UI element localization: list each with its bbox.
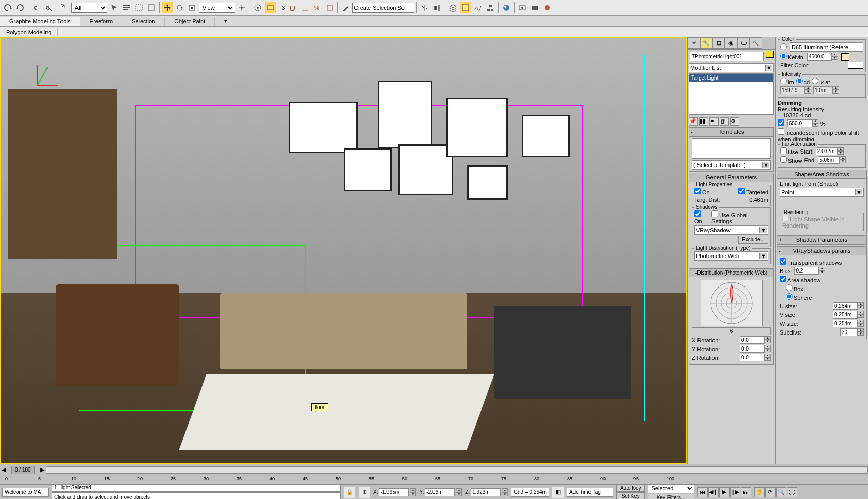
- edit-selection-icon[interactable]: [340, 2, 351, 13]
- start-spinner[interactable]: ▲▼: [816, 147, 844, 155]
- general-params-header[interactable]: -General Parameters: [689, 173, 773, 182]
- angle-snap-icon[interactable]: [299, 2, 311, 13]
- exclude-button[interactable]: Exclude...: [738, 236, 768, 244]
- subdivs-spinner[interactable]: ▲▼: [840, 328, 864, 336]
- yrot-spinner[interactable]: ▲▼: [740, 345, 771, 353]
- time-scrollbar[interactable]: [46, 466, 868, 474]
- orbit-icon[interactable]: ⟳: [765, 487, 776, 497]
- undo-icon[interactable]: [2, 2, 13, 13]
- distance-spinner[interactable]: ▲▼: [813, 86, 839, 94]
- pan-icon[interactable]: ✋: [754, 487, 765, 497]
- add-time-tag[interactable]: Add Time Tag: [567, 488, 613, 497]
- box-radio[interactable]: Box: [786, 284, 803, 292]
- shape-dropdown[interactable]: Point▼: [780, 188, 864, 197]
- object-color-swatch[interactable]: [766, 51, 774, 58]
- curve-editor-icon[interactable]: [472, 2, 484, 13]
- kelvin-spinner[interactable]: ▲▼: [807, 53, 838, 61]
- make-unique-icon[interactable]: ✦: [709, 117, 719, 126]
- max-viewport-icon[interactable]: ⛶: [787, 487, 797, 497]
- redo-icon[interactable]: [14, 2, 26, 13]
- targeted-checkbox[interactable]: Targeted: [738, 188, 768, 195]
- keyboard-shortcut-icon[interactable]: [265, 2, 276, 13]
- dimming-checkbox[interactable]: [778, 119, 785, 127]
- end-spinner[interactable]: ▲▼: [818, 156, 846, 164]
- dimming-spinner[interactable]: ▲▼: [787, 119, 818, 127]
- abs-rel-icon[interactable]: ⊕: [359, 487, 370, 498]
- goto-end-icon[interactable]: ⏭: [741, 487, 751, 497]
- goto-start-icon[interactable]: ⏮: [698, 487, 708, 497]
- y-input[interactable]: [425, 488, 455, 496]
- gizmo[interactable]: [32, 69, 63, 100]
- render-frame-icon[interactable]: [529, 2, 540, 13]
- link-icon[interactable]: [30, 2, 42, 13]
- shadows-on-checkbox[interactable]: On: [694, 210, 709, 224]
- pivot-icon[interactable]: [236, 2, 247, 13]
- wsize-spinner[interactable]: ▲▼: [833, 320, 864, 327]
- templates-header[interactable]: -Templates: [689, 128, 773, 137]
- dist-web-header[interactable]: -Distribution (Photometric Web): [689, 269, 773, 277]
- bias-spinner[interactable]: ▲▼: [794, 267, 825, 275]
- time-scroll-right-icon[interactable]: ▶: [39, 466, 46, 473]
- time-ruler[interactable]: 0510152025303540455055606570758085909510…: [0, 475, 868, 485]
- mirror-icon[interactable]: [419, 2, 430, 13]
- usize-spinner[interactable]: ▲▼: [833, 302, 864, 310]
- snap-icon[interactable]: [287, 2, 298, 13]
- modifier-stack[interactable]: Target Light: [689, 73, 774, 115]
- subtab-polygon-modeling[interactable]: Polygon Modeling: [0, 28, 58, 36]
- manipulate-icon[interactable]: [252, 2, 264, 13]
- lock-selection-icon[interactable]: 🔒: [344, 487, 355, 498]
- cd-radio[interactable]: cd: [796, 78, 810, 85]
- vray-shadows-header[interactable]: -VRayShadows params: [777, 247, 866, 255]
- xrot-spinner[interactable]: ▲▼: [740, 336, 771, 344]
- named-selection-input[interactable]: [352, 3, 414, 13]
- use-global-checkbox[interactable]: Use Global Settings: [711, 210, 768, 224]
- select-name-icon[interactable]: [121, 2, 132, 13]
- display-tab-icon[interactable]: 🖵: [737, 37, 750, 49]
- autokey-button[interactable]: Auto Key: [616, 484, 645, 492]
- vsize-spinner[interactable]: ▲▼: [833, 311, 864, 319]
- schematic-icon[interactable]: [485, 2, 496, 13]
- create-tab-icon[interactable]: ✳: [688, 37, 700, 49]
- ref-coord-dropdown[interactable]: View: [199, 3, 235, 13]
- render-setup-icon[interactable]: [517, 2, 528, 13]
- key-filters-button[interactable]: Key Filters...: [648, 494, 694, 500]
- render-icon[interactable]: [541, 2, 553, 13]
- lm-radio[interactable]: lm: [780, 78, 794, 85]
- unlink-icon[interactable]: [43, 2, 54, 13]
- show-result-icon[interactable]: ▮▮: [699, 117, 708, 126]
- web-file-button[interactable]: 6: [692, 327, 771, 335]
- align-icon[interactable]: [431, 2, 443, 13]
- kelvin-radio[interactable]: Kelvin:: [780, 53, 805, 61]
- stack-item-target-light[interactable]: Target Light: [689, 74, 773, 82]
- intensity-spinner[interactable]: ▲▼: [780, 86, 811, 94]
- layer-manager-icon[interactable]: [460, 2, 471, 13]
- trans-shadows-checkbox[interactable]: Transparent shadows: [780, 258, 842, 266]
- pin-stack-icon[interactable]: 📌: [689, 117, 698, 126]
- select-icon[interactable]: [109, 2, 120, 13]
- viewport[interactable]: [ + ] [ VRayPhysicalCamera001 ] [ Smooth…: [0, 37, 687, 464]
- object-name-field[interactable]: TPhotometricLight001: [690, 52, 764, 61]
- time-slider[interactable]: 0 / 100: [11, 466, 35, 474]
- select-region-icon[interactable]: [133, 2, 145, 13]
- prev-frame-icon[interactable]: ◀❙: [708, 487, 719, 497]
- shape-shadows-header[interactable]: -Shape/Area Shadows: [777, 170, 866, 179]
- gizmo-y-axis[interactable]: [37, 67, 48, 86]
- layers-icon[interactable]: [447, 2, 459, 13]
- material-editor-icon[interactable]: [501, 2, 512, 13]
- selection-filter-dropdown[interactable]: All: [71, 3, 107, 13]
- sphere-radio[interactable]: Sphere: [786, 293, 812, 301]
- shadow-type-dropdown[interactable]: VRayShadow▼: [694, 225, 768, 235]
- filter-swatch[interactable]: [848, 62, 863, 69]
- kelvin-swatch[interactable]: [841, 53, 849, 61]
- rotate-icon[interactable]: [174, 2, 185, 13]
- on-checkbox[interactable]: On: [694, 188, 710, 195]
- scale-icon[interactable]: [187, 2, 198, 13]
- bind-icon[interactable]: [55, 2, 67, 13]
- setkey-button[interactable]: Set Key: [616, 492, 645, 499]
- tab-expand-icon[interactable]: ▾: [215, 16, 237, 26]
- window-crossing-icon[interactable]: [146, 2, 157, 13]
- tab-graphite[interactable]: Graphite Modeling Tools: [0, 17, 80, 26]
- spinner-snap-icon[interactable]: [324, 2, 335, 13]
- percent-snap-icon[interactable]: %: [312, 2, 323, 13]
- tab-object-paint[interactable]: Object Paint: [165, 17, 215, 26]
